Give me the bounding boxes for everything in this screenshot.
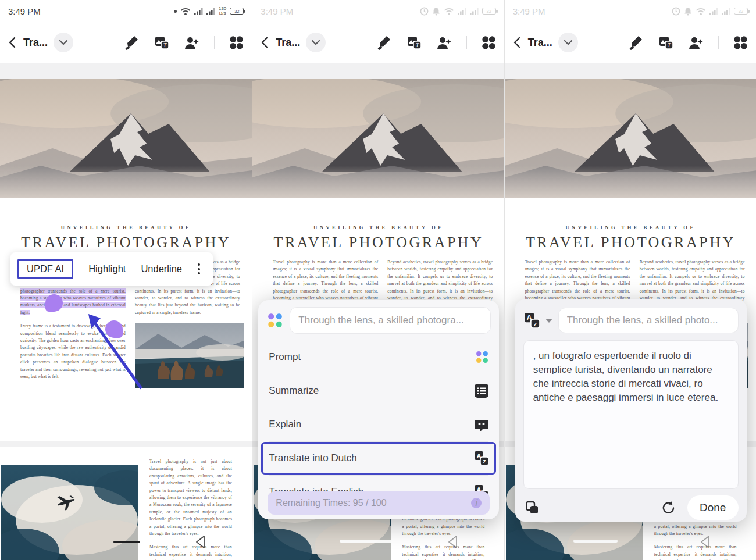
clock-time: 3:49 PM: [513, 6, 545, 16]
done-button[interactable]: Done: [687, 495, 739, 520]
selection-handle-end[interactable]: [105, 320, 123, 338]
more-tools-button[interactable]: [733, 35, 748, 50]
status-bar: 3:49 PM 32: [505, 0, 756, 22]
alarm-icon: [420, 7, 429, 16]
doc-page2-column: Travel photography is not just about doc…: [149, 458, 232, 560]
document-title[interactable]: Tra...: [23, 37, 48, 49]
back-icon[interactable]: [8, 37, 16, 48]
back-gesture-icon[interactable]: [195, 535, 206, 549]
edit-content-button[interactable]: [406, 35, 422, 50]
page-margin: [0, 63, 252, 79]
page-gap: [0, 441, 252, 447]
copy-button[interactable]: [526, 501, 539, 514]
three-screenshot-collage: 3:49 PM 130B/s 32 Tra...: [0, 0, 756, 560]
doc-kicker: UNVEILING THE BEAUTY OF: [252, 224, 504, 230]
doc-kicker: UNVEILING THE BEAUTY OF: [505, 224, 756, 230]
more-tools-button[interactable]: [229, 35, 244, 50]
more-options-icon[interactable]: [195, 261, 202, 277]
annotate-marker-button[interactable]: [124, 35, 140, 51]
menu-item-translate-dutch[interactable]: Translate into Dutch: [258, 441, 499, 475]
translate-icon: [525, 313, 540, 328]
doc-title: TRAVEL PHOTOGRAPHY: [505, 234, 756, 251]
signal-icon: [709, 8, 718, 15]
menu-item-prompt[interactable]: Prompt: [258, 340, 499, 374]
panel-selection: 3:49 PM 130B/s 32 Tra...: [0, 0, 252, 560]
status-bar: 3:49 PM 32: [252, 0, 504, 22]
signal-icon: [194, 8, 203, 15]
back-icon[interactable]: [261, 37, 269, 48]
translation-output[interactable]: , un fotografo espertoende il ruolo di s…: [523, 340, 739, 489]
ai-assistant-button[interactable]: [436, 35, 452, 50]
wifi-icon: [180, 8, 191, 15]
app-toolbar: Tra...: [252, 22, 504, 63]
language-dropdown-icon[interactable]: [545, 319, 552, 323]
menu-item-explain[interactable]: Explain: [258, 408, 499, 441]
page-margin: [505, 63, 756, 79]
gesture-bar: [573, 540, 618, 543]
edit-content-button[interactable]: [658, 35, 673, 50]
ai-prompt-input[interactable]: [290, 307, 491, 334]
highlight-button[interactable]: Highlight: [88, 263, 126, 274]
summarize-list-icon: [475, 384, 488, 398]
notification-dot-icon: [174, 10, 177, 13]
chevron-down-icon: [311, 38, 320, 47]
info-icon[interactable]: i: [471, 498, 482, 508]
battery-icon: 32: [230, 8, 244, 15]
source-text-input[interactable]: [558, 308, 739, 333]
mountain-photo: [0, 79, 252, 198]
toolbar-divider: [214, 36, 215, 49]
title-dropdown-button[interactable]: [54, 33, 73, 52]
panel-translation-result: 3:49 PM 32 Tra...: [504, 0, 756, 560]
llama-photo: [135, 323, 244, 388]
back-icon[interactable]: [513, 37, 521, 48]
ai-actions-sheet: Prompt Summarize Explain Translate into …: [258, 300, 499, 519]
refresh-button[interactable]: [661, 501, 675, 515]
signal-icon: [722, 8, 730, 15]
app-toolbar: Tra...: [0, 22, 252, 63]
signal-icon: [470, 8, 479, 15]
explain-comment-icon: [475, 418, 488, 431]
annotate-marker-button[interactable]: [628, 35, 644, 51]
gesture-bar: [340, 540, 392, 543]
title-dropdown-button[interactable]: [558, 33, 578, 52]
chevron-down-icon: [564, 38, 573, 47]
ai-assistant-button[interactable]: [184, 35, 199, 50]
network-rate: 130B/s: [219, 6, 226, 16]
page-margin: [252, 63, 504, 79]
gesture-bar: [113, 541, 140, 543]
back-gesture-icon[interactable]: [447, 535, 458, 549]
menu-item-summarize[interactable]: Summarize: [258, 374, 499, 408]
signal-icon: [206, 8, 215, 15]
signal-icon: [458, 8, 466, 15]
panel-ai-menu: 3:49 PM 32 Tra...: [252, 0, 504, 560]
updf-ai-button[interactable]: UPDF AI: [17, 259, 73, 279]
annotate-marker-button[interactable]: [376, 35, 392, 51]
translation-result-card: , un fotografo espertoende il ruolo di s…: [515, 299, 747, 522]
bell-icon: [432, 7, 440, 16]
ai-assistant-button[interactable]: [688, 35, 704, 50]
mountain-photo: [505, 79, 756, 198]
battery-icon: 32: [482, 8, 496, 15]
title-dropdown-button[interactable]: [306, 33, 326, 52]
mountain-photo: [252, 79, 504, 198]
alarm-icon: [672, 7, 680, 16]
clock-time: 3:49 PM: [261, 6, 293, 16]
back-gesture-icon[interactable]: [700, 535, 711, 549]
battery-icon: 32: [734, 8, 748, 15]
status-bar: 3:49 PM 130B/s 32: [0, 0, 252, 22]
toolbar-divider: [718, 36, 719, 49]
more-tools-button[interactable]: [482, 35, 496, 50]
selection-handle-start[interactable]: [45, 294, 63, 312]
underline-button[interactable]: Underline: [141, 263, 182, 274]
document-title[interactable]: Tra...: [528, 37, 552, 49]
text-selection-menu: UPDF AI Highlight Underline: [10, 252, 213, 286]
remaining-times-badge: Remaining Times: 95 / 100 i: [268, 491, 490, 515]
airplane-photo: [1, 465, 138, 560]
wifi-icon: [696, 8, 706, 15]
document-title[interactable]: Tra...: [276, 37, 300, 49]
wifi-icon: [444, 8, 454, 15]
pdf-page-1[interactable]: UNVEILING THE BEAUTY OF TRAVEL PHOTOGRAP…: [0, 198, 252, 441]
app-toolbar: Tra...: [505, 22, 756, 63]
clock-time: 3:49 PM: [8, 6, 41, 16]
edit-content-button[interactable]: [154, 35, 169, 50]
